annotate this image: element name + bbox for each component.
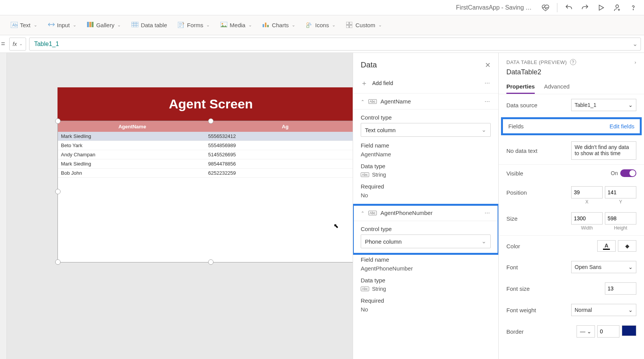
table-header: AgentName Ag	[58, 121, 353, 132]
label-no-data: No data text	[506, 148, 552, 154]
data-panel-title: Data	[361, 61, 485, 69]
ribbon-text-label: Text	[20, 22, 31, 28]
redo-icon[interactable]	[580, 3, 590, 12]
cell-phone: 5145526695	[208, 152, 353, 157]
cell-name: Mark Siedling	[59, 161, 208, 167]
select-value: Phone column	[365, 238, 402, 245]
ribbon-forms[interactable]: Forms⌄	[178, 22, 210, 29]
border-style-select[interactable]: —⌄	[577, 325, 595, 338]
visible-toggle[interactable]	[620, 169, 636, 177]
chevron-down-icon: ⌄	[332, 23, 335, 28]
table-row[interactable]: Beto Yark5554856989	[58, 141, 353, 150]
position-y-input[interactable]	[605, 186, 636, 198]
charts-icon	[263, 22, 269, 29]
fill-color-button[interactable]: ◆	[618, 240, 636, 252]
svg-rect-11	[263, 24, 264, 27]
row-no-data: No data text We didn't find any data to …	[499, 137, 644, 164]
chevron-right-icon[interactable]: ›	[634, 59, 636, 65]
table-row[interactable]: Mark Siedling9854478856	[58, 159, 353, 169]
svg-point-1	[633, 9, 633, 10]
health-icon[interactable]	[541, 3, 550, 12]
required-label: Required	[361, 297, 491, 304]
chevron-down-icon: ⌄	[481, 238, 486, 245]
chevron-down-icon[interactable]: ⌄	[632, 40, 637, 48]
table-row[interactable]: Mark Siedling5556532412	[58, 132, 353, 141]
custom-icon	[346, 22, 353, 29]
row-font: Font Open Sans⌄	[499, 256, 644, 278]
control-type-select[interactable]: Text column ⌄	[361, 123, 491, 137]
chevron-down-icon: ⌄	[117, 23, 121, 28]
canvas[interactable]: Agent Screen AgentName Ag Mark Siedling5…	[7, 53, 353, 359]
chevron-down-icon: ⌄	[587, 328, 591, 334]
undo-icon[interactable]	[564, 3, 573, 12]
field-header[interactable]: ⌄ Abc AgentName ⋯	[353, 93, 498, 109]
fontsize-input[interactable]	[605, 282, 636, 295]
svg-rect-16	[346, 22, 349, 25]
cell-name: Bob John	[59, 170, 208, 176]
more-icon[interactable]: ⋯	[485, 98, 491, 105]
icons-icon	[306, 22, 313, 29]
add-field-button[interactable]: ＋ Add field ⋯	[353, 75, 498, 93]
formula-input[interactable]: Table1_1 ⌄	[29, 38, 641, 51]
font-color-button[interactable]: A	[597, 240, 616, 252]
properties-panel: DATA TABLE (PREVIEW) ? › DataTable2 Prop…	[498, 53, 644, 359]
label-visible: Visible	[506, 170, 552, 177]
data-source-select[interactable]: Table1_1⌄	[571, 99, 636, 111]
svg-rect-4	[87, 22, 89, 27]
ribbon-media-label: Media	[230, 22, 245, 28]
svg-rect-12	[265, 23, 266, 27]
width-input[interactable]	[571, 212, 603, 225]
label-border: Border	[506, 328, 552, 335]
control-type-label: Control type	[361, 114, 491, 121]
chevron-down-icon: ⌄	[628, 264, 633, 270]
more-icon[interactable]: ⋯	[485, 80, 491, 86]
tab-properties[interactable]: Properties	[506, 80, 535, 94]
table-row[interactable]: Andy Champan5145526695	[58, 150, 353, 159]
more-icon[interactable]: ⋯	[485, 210, 491, 216]
label-font: Font	[506, 264, 552, 270]
field-name-value: AgentName	[361, 151, 491, 157]
field-header[interactable]: ⌄ Abc AgentPhoneNumber ⋯	[353, 205, 498, 221]
ribbon-media[interactable]: Media⌄	[220, 22, 252, 29]
row-fields[interactable]: Fields Edit fields	[501, 117, 642, 135]
play-icon[interactable]	[596, 3, 606, 12]
fontweight-select[interactable]: Normal⌄	[571, 304, 636, 316]
fx-dropdown[interactable]: fx ⌄	[9, 38, 26, 51]
col-header: AgentName	[58, 124, 207, 130]
border-width-input[interactable]	[597, 325, 619, 338]
select-value: Normal	[575, 307, 592, 313]
titlebar-actions	[541, 3, 638, 12]
field-body: Control type Phone column ⌄	[353, 221, 498, 252]
ribbon-custom[interactable]: Custom⌄	[346, 22, 382, 29]
ribbon-icons[interactable]: Icons⌄	[306, 22, 335, 29]
help-icon[interactable]: ?	[570, 59, 576, 65]
data-table-control[interactable]: AgentName Ag Mark Siedling5556532412Beto…	[58, 121, 353, 262]
share-icon[interactable]	[613, 3, 622, 12]
row-color: Color A ◆	[499, 236, 644, 256]
ribbon-charts[interactable]: Charts⌄	[263, 22, 295, 29]
table-row[interactable]: Bob John6252232259	[58, 169, 353, 178]
font-select[interactable]: Open Sans⌄	[571, 261, 636, 273]
no-data-input[interactable]: We didn't find any data to show at this …	[571, 141, 636, 160]
table-body: Mark Siedling5556532412Beto Yark55548569…	[58, 132, 353, 178]
position-x-input[interactable]	[571, 186, 603, 198]
control-type-select[interactable]: Phone column ⌄	[361, 234, 491, 248]
label-fontsize: Font size	[506, 285, 552, 292]
edit-fields-link[interactable]: Edit fields	[610, 123, 634, 130]
ribbon-text[interactable]: Abc Text⌄	[11, 22, 37, 29]
field-name-label: AgentName	[381, 98, 411, 105]
close-icon[interactable]: ✕	[485, 61, 491, 69]
tab-advanced[interactable]: Advanced	[544, 80, 570, 94]
height-input[interactable]	[605, 212, 636, 225]
help-icon[interactable]	[629, 3, 638, 12]
ribbon-datatable[interactable]: Data table	[131, 22, 167, 29]
svg-point-10	[222, 23, 223, 25]
properties-tabs: Properties Advanced	[499, 80, 644, 94]
ribbon-gallery[interactable]: Gallery⌄	[87, 22, 121, 29]
ribbon-datatable-label: Data table	[141, 22, 167, 28]
svg-rect-7	[131, 22, 138, 27]
chevron-down-icon: ⌄	[34, 23, 37, 28]
ribbon-input[interactable]: Input⌄	[48, 22, 76, 29]
app-screen: Agent Screen AgentName Ag Mark Siedling5…	[58, 87, 353, 262]
border-color-swatch[interactable]	[622, 325, 636, 336]
